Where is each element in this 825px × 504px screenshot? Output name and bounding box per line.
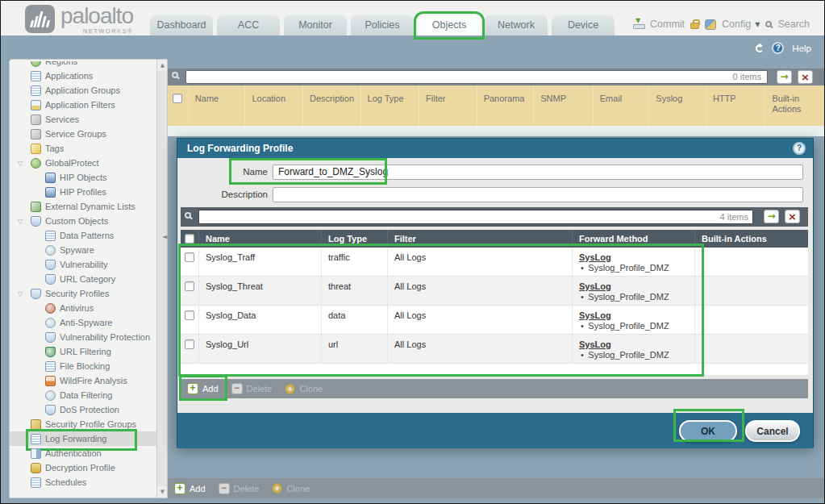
dialog-filter-input[interactable] bbox=[198, 210, 753, 224]
table-row[interactable]: Syslog_ThreatthreatAll LogsSysLog• Syslo… bbox=[181, 277, 808, 306]
sidebar-item-application-groups[interactable]: Application Groups bbox=[10, 83, 156, 98]
select-all-checkbox[interactable] bbox=[173, 94, 182, 103]
sidebar-item-anti-spyware[interactable]: Anti-Spyware bbox=[10, 315, 156, 330]
sidebar-item-hip-profiles[interactable]: HIP Profiles bbox=[10, 185, 156, 199]
clear-filter-button[interactable]: × bbox=[798, 70, 813, 84]
column-header-name[interactable]: Name bbox=[198, 230, 321, 248]
dialog-clear-filter-button[interactable]: × bbox=[785, 210, 800, 223]
collapse-sidebar-icon[interactable]: ◄ bbox=[162, 233, 167, 240]
sidebar-item-tags[interactable]: Tags bbox=[10, 141, 156, 156]
expander-icon[interactable]: ▽ bbox=[18, 290, 27, 298]
scroll-up-icon[interactable]: ▲ bbox=[157, 60, 168, 71]
cancel-button[interactable]: Cancel bbox=[745, 420, 800, 442]
chevron-down-icon[interactable]: ▼ bbox=[755, 21, 760, 28]
forward-method-link[interactable]: SysLog bbox=[579, 252, 611, 262]
sidebar-item-external-dynamic-lists[interactable]: External Dynamic Lists bbox=[10, 199, 156, 214]
sidebar-item-label: Application Groups bbox=[45, 85, 120, 95]
table-row[interactable]: Syslog_DatadataAll LogsSysLog• Syslog_Pr… bbox=[181, 306, 808, 335]
column-header-built-in-actions[interactable]: Built-in Actions bbox=[694, 230, 808, 248]
row-checkbox[interactable] bbox=[185, 281, 194, 291]
sidebar-item-dos-protection[interactable]: DoS Protection bbox=[10, 402, 156, 417]
column-header-location[interactable]: Location bbox=[244, 85, 302, 126]
sidebar-item-service-groups[interactable]: Service Groups bbox=[10, 127, 156, 141]
row-checkbox[interactable] bbox=[185, 252, 194, 262]
sidebar-item-globalprotect[interactable]: ▽GlobalProtect bbox=[10, 156, 156, 170]
forward-method-link[interactable]: SysLog bbox=[579, 310, 611, 320]
sidebar-item-decryption-profile[interactable]: Decryption Profile bbox=[10, 460, 156, 475]
forward-method-link[interactable]: SysLog bbox=[579, 281, 611, 291]
config-button[interactable]: Config bbox=[722, 19, 751, 30]
select-all-cell bbox=[168, 85, 188, 126]
column-header-forward-method[interactable]: Forward Method bbox=[572, 230, 694, 248]
search-icon[interactable] bbox=[765, 21, 772, 27]
expander-icon[interactable]: ▽ bbox=[18, 160, 27, 167]
sidebar-item-application-filters[interactable]: Application Filters bbox=[10, 98, 156, 112]
tab-device[interactable]: Device bbox=[552, 15, 615, 35]
lock-icon[interactable] bbox=[690, 23, 699, 29]
help-icon[interactable]: ? bbox=[772, 42, 784, 54]
refresh-icon[interactable] bbox=[756, 44, 764, 52]
column-header-log-type[interactable]: Log Type bbox=[360, 85, 419, 126]
column-header-panorama[interactable]: Panorama bbox=[477, 85, 534, 126]
sidebar-item-data-patterns[interactable]: Data Patterns bbox=[10, 228, 156, 243]
commit-icon[interactable] bbox=[633, 19, 644, 30]
sidebar-item-custom-objects[interactable]: ▽Custom Objects bbox=[10, 214, 156, 228]
sidebar-item-security-profiles[interactable]: ▽Security Profiles bbox=[10, 286, 156, 301]
expander-icon[interactable]: ▽ bbox=[18, 218, 27, 225]
sidebar-item-vulnerability-protection[interactable]: Vulnerability Protection bbox=[10, 330, 156, 344]
search-button[interactable]: Search bbox=[777, 19, 810, 30]
tab-network[interactable]: Network bbox=[485, 15, 548, 35]
dialog-apply-filter-button[interactable]: → bbox=[764, 210, 779, 223]
scroll-down-icon[interactable]: ▼ bbox=[157, 486, 168, 498]
sidebar-item-authentication[interactable]: Authentication bbox=[10, 446, 156, 460]
sidebar-item-log-forwarding[interactable]: Log Forwarding bbox=[10, 431, 156, 446]
description-input[interactable] bbox=[273, 187, 803, 202]
tab-dashboard[interactable]: Dashboard bbox=[150, 15, 213, 35]
sidebar-item-services[interactable]: Services bbox=[10, 112, 156, 127]
table-row[interactable]: Syslog_TrafftrafficAll LogsSysLog• Syslo… bbox=[181, 248, 808, 277]
add-button[interactable]: +Add bbox=[187, 383, 219, 394]
column-header-syslog[interactable]: Syslog bbox=[648, 85, 706, 126]
sidebar-item-hip-objects[interactable]: HIP Objects bbox=[10, 170, 156, 185]
sidebar-item-url-category[interactable]: URL Category bbox=[10, 272, 156, 286]
name-input[interactable] bbox=[273, 165, 803, 180]
tab-objects[interactable]: Objects bbox=[418, 15, 481, 35]
forward-method-link[interactable]: SysLog bbox=[579, 339, 611, 349]
help-link[interactable]: Help bbox=[792, 44, 811, 53]
tab-acc[interactable]: ACC bbox=[217, 15, 280, 35]
sidebar-item-regions[interactable]: Regions bbox=[10, 61, 156, 69]
column-header-email[interactable]: Email bbox=[593, 85, 649, 126]
sidebar-item-antivirus[interactable]: Antivirus bbox=[10, 301, 156, 315]
column-header-built-in-actions[interactable]: Built-in Actions bbox=[765, 85, 824, 126]
tab-policies[interactable]: Policies bbox=[351, 15, 414, 35]
table-row[interactable]: Syslog_UrlurlAll LogsSysLog• Syslog_Prof… bbox=[181, 335, 808, 364]
column-header-http[interactable]: HTTP bbox=[706, 85, 765, 126]
row-checkbox[interactable] bbox=[185, 339, 194, 349]
sidebar-item-vulnerability[interactable]: Vulnerability bbox=[10, 257, 156, 272]
add-button[interactable]: +Add bbox=[174, 483, 206, 494]
commit-button[interactable]: Commit bbox=[650, 19, 685, 30]
column-header-description[interactable]: Description bbox=[302, 85, 360, 126]
sidebar-item-url-filtering[interactable]: URL Filtering bbox=[10, 344, 156, 359]
column-header-log-type[interactable]: Log Type bbox=[321, 230, 387, 248]
sidebar-item-schedules[interactable]: Schedules bbox=[10, 475, 156, 489]
main-filter-input[interactable] bbox=[185, 70, 768, 84]
select-all-checkbox[interactable] bbox=[185, 234, 194, 244]
column-header-filter[interactable]: Filter bbox=[419, 85, 477, 126]
sidebar-scrollbar[interactable]: ▲ ▼ bbox=[156, 60, 167, 498]
column-header-name[interactable]: Name bbox=[188, 85, 245, 126]
row-checkbox[interactable] bbox=[185, 310, 194, 320]
tab-monitor[interactable]: Monitor bbox=[284, 15, 347, 35]
config-icon[interactable] bbox=[705, 19, 716, 30]
sidebar-item-file-blocking[interactable]: File Blocking bbox=[10, 359, 156, 373]
sidebar-item-security-profile-groups[interactable]: Security Profile Groups bbox=[10, 417, 156, 431]
sidebar-item-spyware[interactable]: Spyware bbox=[10, 243, 156, 257]
dialog-help-icon[interactable]: ? bbox=[793, 142, 806, 155]
apply-filter-button[interactable]: → bbox=[777, 70, 792, 84]
sidebar-item-data-filtering[interactable]: Data Filtering bbox=[10, 388, 156, 402]
column-header-snmp[interactable]: SNMP bbox=[533, 85, 593, 126]
ok-button[interactable]: OK bbox=[679, 420, 737, 442]
sidebar-item-applications[interactable]: Applications bbox=[10, 69, 156, 83]
column-header-filter[interactable]: Filter bbox=[387, 230, 572, 248]
sidebar-item-wildfire-analysis[interactable]: WildFire Analysis bbox=[10, 373, 156, 388]
